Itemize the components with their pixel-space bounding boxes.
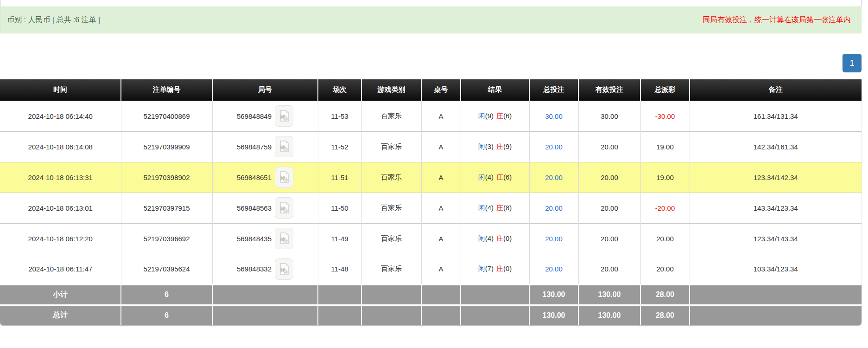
cell-round-id: 569848849 [212, 101, 318, 131]
cell-session: 11-53 [318, 101, 361, 131]
cell-result: 闲(7)庄(0) [461, 254, 529, 284]
round-id-value: 569848332 [237, 265, 272, 273]
cell-payout: 20.00 [640, 223, 690, 254]
cell-remark: 142.34/161.34 [690, 131, 862, 162]
total-bet-link[interactable]: 20.00 [545, 143, 563, 151]
cell-payout: -20.00 [640, 193, 690, 223]
cell-valid-bet: 20.00 [578, 193, 640, 223]
page-1-button[interactable]: 1 [843, 54, 862, 72]
cell-round-id: 569848759 [212, 131, 318, 162]
cell-total-bet: 30.00 [529, 101, 578, 131]
cell-game-type: 百家乐 [361, 131, 421, 162]
cell-bet-id: 521970400869 [121, 101, 212, 131]
banker-label: 庄 [496, 142, 503, 150]
total-bet-link[interactable]: 20.00 [545, 174, 563, 181]
subtotal-row: 小计 6 130.00 130.00 28.00 [0, 284, 862, 305]
film-clip-icon [279, 202, 289, 214]
cell-bet-id: 521970396692 [121, 223, 212, 254]
total-bet-link[interactable]: 20.00 [545, 265, 563, 273]
cell-session: 11-52 [318, 131, 361, 162]
col-header-table-no: 桌号 [421, 79, 461, 101]
cell-table-no: A [421, 223, 461, 254]
round-id-value: 569848759 [237, 143, 272, 151]
table-row: 2024-10-18 06:11:47 521970395624 5698483… [0, 254, 862, 284]
cell-result: 闲(4)庄(0) [461, 223, 529, 254]
total-total-bet: 130.00 [529, 305, 578, 325]
player-label: 闲 [478, 204, 485, 212]
round-id-value: 569848651 [237, 174, 272, 181]
cell-session: 11-51 [318, 162, 361, 193]
total-payout: 28.00 [640, 305, 690, 325]
cell-game-type: 百家乐 [361, 254, 421, 284]
cell-time: 2024-10-18 06:13:31 [0, 162, 121, 193]
replay-video-button[interactable] [275, 105, 293, 127]
cell-remark: 161.34/131.34 [690, 101, 862, 131]
cell-table-no: A [421, 162, 461, 193]
same-round-notice: 同局有效投注，统一计算在该局第一张注单内 [703, 15, 851, 25]
records-table: 时间 注单编号 局号 场次 游戏类别 桌号 结果 总投注 有效投注 总派彩 备注… [0, 79, 862, 325]
col-header-time: 时间 [0, 79, 121, 101]
cell-session: 11-49 [318, 223, 361, 254]
cell-remark: 123.34/143.34 [690, 223, 862, 254]
film-clip-icon [279, 263, 289, 275]
player-label: 闲 [478, 264, 485, 272]
cell-game-type: 百家乐 [361, 101, 421, 131]
cell-total-bet: 20.00 [529, 223, 578, 254]
cell-total-bet: 20.00 [529, 162, 578, 193]
subtotal-label: 小计 [0, 284, 121, 305]
player-label: 闲 [478, 112, 485, 120]
total-count: 6 [121, 305, 212, 325]
film-clip-icon [279, 171, 289, 183]
cell-remark: 103.34/123.34 [690, 254, 862, 284]
round-id-value: 569848435 [237, 235, 272, 243]
player-label: 闲 [478, 234, 485, 242]
table-row-highlighted: 2024-10-18 06:13:31 521970398902 5698486… [0, 162, 862, 193]
cell-round-id: 569848332 [212, 254, 318, 284]
total-bet-link[interactable]: 20.00 [545, 235, 563, 243]
subtotal-count: 6 [121, 284, 212, 305]
subtotal-total-bet: 130.00 [529, 284, 578, 305]
total-row: 总计 6 130.00 130.00 28.00 [0, 305, 862, 325]
replay-video-button[interactable] [275, 228, 293, 249]
col-header-game-type: 游戏类别 [361, 79, 421, 101]
cell-valid-bet: 20.00 [578, 254, 640, 284]
top-strip [0, 0, 862, 6]
cell-valid-bet: 20.00 [578, 162, 640, 193]
col-header-bet-id: 注单编号 [121, 79, 212, 101]
pagination-top: 1 [0, 54, 862, 72]
total-bet-link[interactable]: 20.00 [545, 204, 563, 212]
cell-time: 2024-10-18 06:13:01 [0, 193, 121, 223]
col-header-valid-bet: 有效投注 [578, 79, 640, 101]
subtotal-payout: 28.00 [640, 284, 690, 305]
total-bet-link[interactable]: 30.00 [545, 112, 563, 120]
cell-bet-id: 521970398902 [121, 162, 212, 193]
banker-label: 庄 [496, 264, 503, 272]
cell-bet-id: 521970397915 [121, 193, 212, 223]
banker-label: 庄 [496, 112, 503, 120]
table-row: 2024-10-18 06:13:01 521970397915 5698485… [0, 193, 862, 223]
cell-remark: 123.34/142.34 [690, 162, 862, 193]
replay-video-button[interactable] [275, 197, 293, 219]
subtotal-valid-bet: 130.00 [578, 284, 640, 305]
col-header-total-bet: 总投注 [529, 79, 578, 101]
cell-table-no: A [421, 101, 461, 131]
cell-round-id: 569848651 [212, 162, 318, 193]
cell-total-bet: 20.00 [529, 131, 578, 162]
total-valid-bet: 130.00 [578, 305, 640, 325]
cell-round-id: 569848563 [212, 193, 318, 223]
film-clip-icon [279, 232, 289, 245]
replay-video-button[interactable] [275, 167, 293, 188]
cell-session: 11-48 [318, 254, 361, 284]
replay-video-button[interactable] [275, 258, 293, 280]
cell-time: 2024-10-18 06:11:47 [0, 254, 121, 284]
cell-result: 闲(4)庄(8) [461, 193, 529, 223]
cell-session: 11-50 [318, 193, 361, 223]
cell-game-type: 百家乐 [361, 223, 421, 254]
cell-table-no: A [421, 131, 461, 162]
replay-video-button[interactable] [275, 136, 293, 157]
cell-total-bet: 20.00 [529, 254, 578, 284]
round-id-value: 569848563 [237, 204, 272, 212]
cell-payout: 20.00 [640, 254, 690, 284]
cell-payout: 19.00 [640, 131, 690, 162]
cell-total-bet: 20.00 [529, 193, 578, 223]
